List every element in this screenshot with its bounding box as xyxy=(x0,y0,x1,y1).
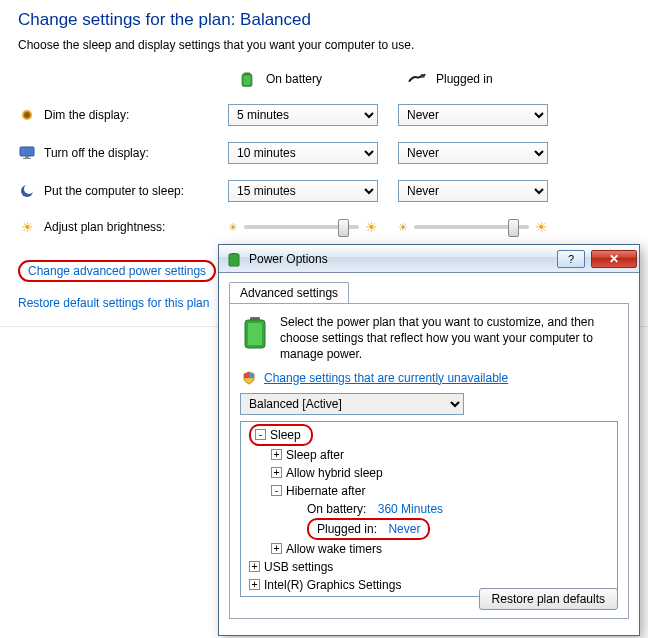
power-plan-select[interactable]: Balanced [Active] xyxy=(240,393,464,415)
sun-high-icon: ☀ xyxy=(365,219,378,235)
change-advanced-link[interactable]: Change advanced power settings xyxy=(18,260,216,282)
power-options-dialog: Power Options ? ✕ Advanced settings Sele… xyxy=(218,244,640,636)
column-header-plugged: Plugged in xyxy=(398,70,558,88)
settings-tree[interactable]: - Sleep + Sleep after + Allow hybrid sle… xyxy=(240,421,618,597)
dialog-title: Power Options xyxy=(249,252,551,266)
tree-node-sleep-after[interactable]: Sleep after xyxy=(286,446,344,464)
sleep-battery-select[interactable]: 15 minutes xyxy=(228,180,378,202)
dialog-description: Select the power plan that you want to c… xyxy=(280,314,618,363)
tree-node-graphics[interactable]: Intel(R) Graphics Settings xyxy=(264,576,401,594)
moon-icon xyxy=(18,182,36,200)
collapse-icon[interactable]: - xyxy=(271,485,282,496)
monitor-icon xyxy=(18,144,36,162)
expand-icon[interactable]: + xyxy=(271,543,282,554)
svg-point-5 xyxy=(24,112,30,118)
help-button[interactable]: ? xyxy=(557,250,585,268)
expand-icon[interactable]: + xyxy=(249,561,260,572)
dim-plugged-select[interactable]: Never xyxy=(398,104,548,126)
row-turnoff-display: Turn off the display: xyxy=(18,144,218,162)
page-title: Change settings for the plan: Balanced xyxy=(18,10,630,30)
battery-large-icon xyxy=(240,314,270,363)
tab-advanced-settings[interactable]: Advanced settings xyxy=(229,282,349,304)
expand-icon[interactable]: + xyxy=(249,579,260,590)
turnoff-battery-select[interactable]: 10 minutes xyxy=(228,142,378,164)
svg-rect-12 xyxy=(229,254,239,266)
battery-icon xyxy=(238,70,256,88)
svg-rect-7 xyxy=(25,156,29,158)
row-dim-display: Dim the display: xyxy=(18,106,218,124)
sun-icon: ☀ xyxy=(18,218,36,236)
battery-icon xyxy=(225,250,243,268)
dim-icon xyxy=(18,106,36,124)
tree-node-hybrid-sleep[interactable]: Allow hybrid sleep xyxy=(286,464,383,482)
svg-rect-8 xyxy=(23,158,31,159)
expand-icon[interactable]: + xyxy=(271,449,282,460)
svg-point-10 xyxy=(24,184,34,194)
brightness-battery-slider[interactable]: ☀ ☀ xyxy=(228,219,378,235)
column-header-battery: On battery xyxy=(228,70,388,88)
svg-rect-2 xyxy=(244,76,251,85)
plug-icon xyxy=(408,70,426,88)
hibernate-plugged-value[interactable]: Never xyxy=(388,520,420,538)
expand-icon[interactable]: + xyxy=(271,467,282,478)
svg-rect-6 xyxy=(20,147,34,156)
hibernate-plugged-label: Plugged in: xyxy=(317,520,377,538)
tree-node-power-buttons[interactable]: Power buttons and lid xyxy=(264,594,379,597)
sun-low-icon: ☀ xyxy=(398,221,408,234)
svg-rect-3 xyxy=(420,74,424,77)
row-brightness: ☀ Adjust plan brightness: xyxy=(18,218,218,236)
turnoff-plugged-select[interactable]: Never xyxy=(398,142,548,164)
sun-low-icon: ☀ xyxy=(228,221,238,234)
close-button[interactable]: ✕ xyxy=(591,250,637,268)
sun-high-icon: ☀ xyxy=(535,219,548,235)
restore-plan-defaults-button[interactable]: Restore plan defaults xyxy=(479,588,618,610)
hibernate-on-battery-label: On battery: xyxy=(307,500,366,518)
shield-icon xyxy=(240,369,258,387)
tree-node-sleep[interactable]: Sleep xyxy=(270,426,301,444)
restore-defaults-link[interactable]: Restore default settings for this plan xyxy=(18,296,209,310)
row-sleep: Put the computer to sleep: xyxy=(18,182,218,200)
svg-rect-15 xyxy=(248,323,262,345)
page-subtitle: Choose the sleep and display settings th… xyxy=(18,38,630,52)
tree-node-usb[interactable]: USB settings xyxy=(264,558,333,576)
collapse-icon[interactable]: - xyxy=(255,429,266,440)
brightness-plugged-slider[interactable]: ☀ ☀ xyxy=(398,219,548,235)
dim-battery-select[interactable]: 5 minutes xyxy=(228,104,378,126)
sleep-plugged-select[interactable]: Never xyxy=(398,180,548,202)
tree-node-hibernate-after[interactable]: Hibernate after xyxy=(286,482,365,500)
dialog-titlebar[interactable]: Power Options ? ✕ xyxy=(219,245,639,273)
unavailable-settings-link[interactable]: Change settings that are currently unava… xyxy=(264,371,508,385)
hibernate-on-battery-value[interactable]: 360 Minutes xyxy=(378,500,443,518)
tree-node-wake-timers[interactable]: Allow wake timers xyxy=(286,540,382,558)
